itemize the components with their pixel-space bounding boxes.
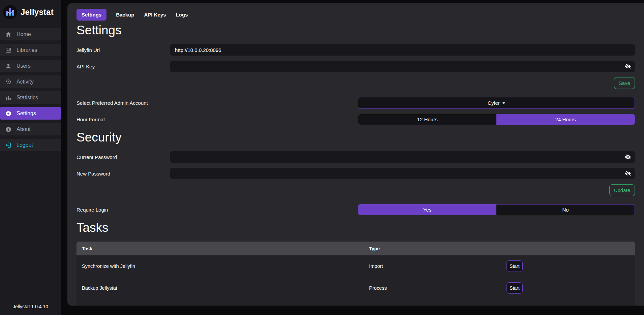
sidebar-nav: Home Libraries Users Activity	[0, 28, 61, 151]
sidebar-item-home[interactable]: Home	[0, 28, 61, 40]
sidebar-item-label: Statistics	[17, 95, 38, 101]
sidebar-item-label: Home	[17, 31, 31, 37]
table-row: Synchronize with Jellyfin Import Start	[76, 255, 635, 277]
start-sync-button[interactable]: Start	[507, 260, 523, 272]
hour-format-label: Hour Format	[76, 117, 358, 122]
eye-slash-icon	[624, 63, 631, 70]
tab-logs[interactable]: Logs	[175, 9, 188, 21]
api-key-visibility-toggle[interactable]	[624, 63, 631, 70]
app-title: Jellystat	[21, 7, 54, 17]
sidebar-item-label: Activity	[17, 79, 34, 85]
task-type: Process	[369, 285, 507, 291]
sidebar-item-libraries[interactable]: Libraries	[0, 44, 61, 56]
task-type: Import	[369, 263, 507, 269]
sidebar-item-logout[interactable]: Logout	[0, 139, 61, 151]
current-password-input[interactable]	[170, 151, 635, 163]
tasks-table-header: Task Type	[76, 242, 635, 255]
update-button-row: Update	[76, 184, 635, 196]
sidebar-item-label: Logout	[17, 142, 33, 148]
require-login-row: Require Login Yes No	[76, 204, 635, 215]
hour-format-toggle: 12 Hours 24 Hours	[358, 114, 635, 125]
hour-format-12-button[interactable]: 12 Hours	[358, 114, 496, 125]
settings-icon	[5, 110, 12, 117]
column-header-type: Type	[369, 246, 507, 251]
statistics-icon	[5, 94, 12, 101]
page-title: Settings	[76, 23, 635, 37]
libraries-icon	[5, 46, 12, 54]
security-title: Security	[76, 130, 635, 145]
require-login-toggle: Yes No	[358, 204, 635, 215]
new-password-input[interactable]	[170, 168, 635, 179]
app-version: Jellystat 1.0.4.10	[0, 304, 61, 315]
hour-format-row: Hour Format 12 Hours 24 Hours	[76, 114, 635, 125]
main-area: Settings Backup API Keys Logs Settings J…	[61, 0, 644, 315]
sidebar-item-label: About	[17, 126, 31, 132]
sidebar: Jellystat Home Libraries Users	[0, 0, 61, 315]
save-button-row: Save	[76, 77, 635, 89]
about-icon	[5, 126, 12, 133]
task-name: Synchronize with Jellyfin	[76, 263, 369, 269]
app-logo: Jellystat	[0, 0, 61, 21]
logout-icon	[5, 141, 12, 149]
tasks-table-body: Synchronize with Jellyfin Import Start B…	[76, 255, 635, 306]
new-password-visibility-toggle[interactable]	[624, 170, 631, 177]
require-login-yes-button[interactable]: Yes	[358, 204, 496, 215]
jellystat-logo-icon	[3, 5, 17, 19]
jellyfin-url-label: Jellyfin Url	[76, 47, 170, 53]
current-password-visibility-toggle[interactable]	[624, 154, 631, 160]
tab-api-keys[interactable]: API Keys	[144, 9, 166, 21]
caret-down-icon	[502, 102, 505, 104]
tab-backup[interactable]: Backup	[116, 9, 134, 21]
update-button[interactable]: Update	[609, 184, 635, 196]
column-header-task: Task	[76, 246, 369, 251]
eye-slash-icon	[624, 154, 631, 160]
home-icon	[5, 31, 12, 38]
eye-slash-icon	[624, 170, 631, 177]
new-password-label: New Password	[76, 171, 170, 177]
require-login-no-button[interactable]: No	[496, 204, 635, 215]
sidebar-item-label: Users	[17, 63, 31, 69]
api-key-row: API Key	[76, 61, 635, 72]
task-name: Backup Jellystat	[76, 285, 369, 291]
settings-page-card: Settings Backup API Keys Logs Settings J…	[67, 3, 644, 306]
sidebar-item-statistics[interactable]: Statistics	[0, 91, 61, 104]
table-row: Backup Jellystat Process Start	[76, 277, 635, 298]
current-password-label: Current Password	[76, 154, 170, 160]
sidebar-item-activity[interactable]: Activity	[0, 75, 61, 88]
sidebar-item-users[interactable]: Users	[0, 60, 61, 72]
tasks-table: Task Type Synchronize with Jellyfin Impo…	[76, 242, 635, 306]
sidebar-item-label: Libraries	[17, 47, 37, 53]
admin-account-label: Select Preferred Admin Account	[76, 100, 358, 106]
require-login-label: Require Login	[76, 207, 358, 213]
new-password-row: New Password	[76, 168, 635, 179]
start-backup-button[interactable]: Start	[507, 282, 523, 294]
admin-account-row: Select Preferred Admin Account Cyfer	[76, 97, 635, 109]
jellyfin-url-row: Jellyfin Url	[76, 44, 635, 56]
activity-icon	[5, 78, 12, 85]
users-icon	[5, 62, 12, 69]
save-button[interactable]: Save	[614, 77, 635, 89]
api-key-input[interactable]	[170, 61, 635, 72]
current-password-row: Current Password	[76, 151, 635, 163]
tasks-title: Tasks	[76, 221, 635, 235]
sidebar-item-settings[interactable]: Settings	[0, 107, 61, 120]
sidebar-item-about[interactable]: About	[0, 123, 61, 135]
tab-settings[interactable]: Settings	[76, 9, 106, 21]
jellyfin-url-input[interactable]	[170, 44, 635, 56]
sidebar-item-label: Settings	[17, 111, 36, 117]
admin-account-selected: Cyfer	[488, 100, 500, 106]
api-key-label: API Key	[76, 64, 170, 69]
settings-tabs: Settings Backup API Keys Logs	[76, 9, 635, 21]
admin-account-dropdown[interactable]: Cyfer	[358, 97, 635, 109]
hour-format-24-button[interactable]: 24 Hours	[496, 114, 635, 125]
